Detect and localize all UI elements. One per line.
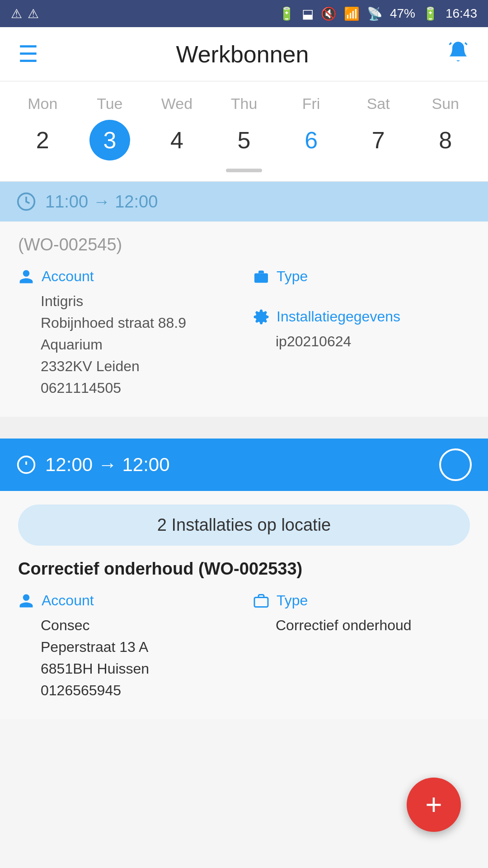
notification-icon[interactable] [446,40,470,69]
mute-icon: 🔇 [321,6,337,21]
app-header: ☰ Werkbonnen [0,27,488,81]
account-address2-1: Aquarium [41,334,235,355]
wifi-icon: 📶 [344,6,360,21]
day-number-fri: 6 [291,120,332,160]
day-name-tue: Tue [97,95,122,113]
gear-icon-1 [253,309,269,325]
day-number-mon: 2 [22,120,63,160]
type-label-2: Type [253,592,470,609]
day-number-wed: 4 [156,120,197,160]
time-header-card-2: 12:00 → 12:00 [0,439,488,491]
time-header-left-2: 12:00 → 12:00 [16,454,170,476]
account-address1-2: Peperstraat 13 A [41,636,235,658]
calendar-week: Mon 2 Tue 3 Wed 4 Thu 5 Fri 6 Sat 7 Sun … [0,81,488,182]
day-sun[interactable]: Sun 8 [412,95,479,160]
time-range-card-1: 11:00 → 12:00 [45,192,158,212]
time-range-card-2: 12:00 → 12:00 [45,454,170,476]
status-bar: ⚠ ⚠ 🔋 ⬓ 🔇 📶 📡 47% 🔋 16:43 [0,0,488,27]
type-label-text-1: Type [277,268,308,285]
status-alerts: ⚠ ⚠ [11,6,39,21]
account-city-2: 6851BH Huissen [41,658,235,679]
status-circle-icon-2 [439,448,472,481]
day-name-fri: Fri [302,95,320,113]
wo-code-1: (WO-002545) [18,235,470,255]
work-order-card-1[interactable]: 11:00 → 12:00 (WO-002545) Account Intigr… [0,182,488,417]
day-name-sun: Sun [432,95,460,113]
battery-charge-icon: 🔋 [279,6,295,21]
info-grid-2: Account Consec Peperstraat 13 A 6851BH H… [18,592,470,701]
briefcase-icon-2 [253,593,269,609]
day-number-thu: 5 [224,120,264,160]
account-label-1: Account [18,268,235,285]
warning-icon-2: ⚠ [28,6,39,21]
account-col-2: Account Consec Peperstraat 13 A 6851BH H… [18,592,235,701]
type-label-text-2: Type [277,592,308,609]
type-value-2: Correctief onderhoud [253,614,470,636]
account-name-1: Intigris Robijnhoed straat 88.9 Aquarium… [18,290,235,399]
day-name-wed: Wed [161,95,192,113]
svg-rect-1 [254,273,268,283]
day-number-sun: 8 [425,120,466,160]
time-header-card-1: 11:00 → 12:00 [0,182,488,222]
bluetooth-icon: ⬓ [302,6,314,21]
account-label-text-2: Account [42,592,94,609]
card-body-2: 2 Installaties op locatie Correctief ond… [0,491,488,719]
wo-title-card-2: Correctief onderhoud (WO-002533) [18,559,470,579]
battery-icon: 🔋 [422,6,438,21]
type-col-2: Type Correctief onderhoud [253,592,470,701]
day-thu[interactable]: Thu 5 [211,95,278,160]
scroll-indicator [9,169,479,172]
status-right: 🔋 ⬓ 🔇 📶 📡 47% 🔋 16:43 [279,6,477,21]
account-info-2: Consec Peperstraat 13 A 6851BH Huissen 0… [18,614,235,701]
account-city-1: 2332KV Leiden [41,355,235,377]
installation-label-1: Installatiegegevens [253,308,470,325]
account-phone-1: 0621114505 [41,377,235,399]
account-address1-1: Robijnhoed straat 88.9 [41,312,235,334]
installation-value-1: ip20210624 [253,330,470,352]
type-label-1: Type [253,268,470,285]
svg-rect-6 [254,597,268,607]
time-display: 16:43 [446,6,477,21]
content-area: 11:00 → 12:00 (WO-002545) Account Intigr… [0,182,488,719]
scroll-dot [226,169,262,172]
person-icon-2 [18,593,34,609]
installations-button[interactable]: 2 Installaties op locatie [18,505,470,546]
divider-1 [0,428,488,439]
signal-icon: 📡 [367,6,383,21]
day-wed[interactable]: Wed 4 [143,95,211,160]
day-name-thu: Thu [231,95,258,113]
type-col-1: Type Installatiegegevens ip20210624 [253,268,470,399]
day-mon[interactable]: Mon 2 [9,95,76,160]
account-label-text-1: Account [42,268,94,285]
installation-label-text-1: Installatiegegevens [277,308,400,325]
plus-icon: + [425,790,442,819]
card-body-1: (WO-002545) Account Intigris Robijnhoed … [0,222,488,417]
calendar-days-row: Mon 2 Tue 3 Wed 4 Thu 5 Fri 6 Sat 7 Sun … [9,95,479,160]
clock-icon-1 [16,192,36,212]
add-button[interactable]: + [407,778,461,832]
day-number-tue: 3 [89,120,130,160]
day-tue[interactable]: Tue 3 [76,95,144,160]
account-company-1: Intigris [41,290,235,312]
page-title: Werkbonnen [176,41,309,68]
account-col-1: Account Intigris Robijnhoed straat 88.9 … [18,268,235,399]
info-grid-1: Account Intigris Robijnhoed straat 88.9 … [18,268,470,399]
day-sat[interactable]: Sat 7 [345,95,412,160]
work-order-card-2[interactable]: 12:00 → 12:00 2 Installaties op locatie … [0,439,488,719]
account-company-2: Consec [41,614,235,636]
day-fri[interactable]: Fri 6 [277,95,345,160]
account-label-2: Account [18,592,235,609]
person-icon-1 [18,269,34,285]
account-phone-2: 0126565945 [41,679,235,701]
hamburger-menu-icon[interactable]: ☰ [18,41,38,67]
day-number-sat: 7 [358,120,399,160]
battery-percent: 47% [390,6,415,21]
day-name-mon: Mon [28,95,57,113]
info-icon-2 [16,455,36,475]
briefcase-icon-1 [253,269,269,285]
day-name-sat: Sat [367,95,390,113]
warning-icon-1: ⚠ [11,6,22,21]
